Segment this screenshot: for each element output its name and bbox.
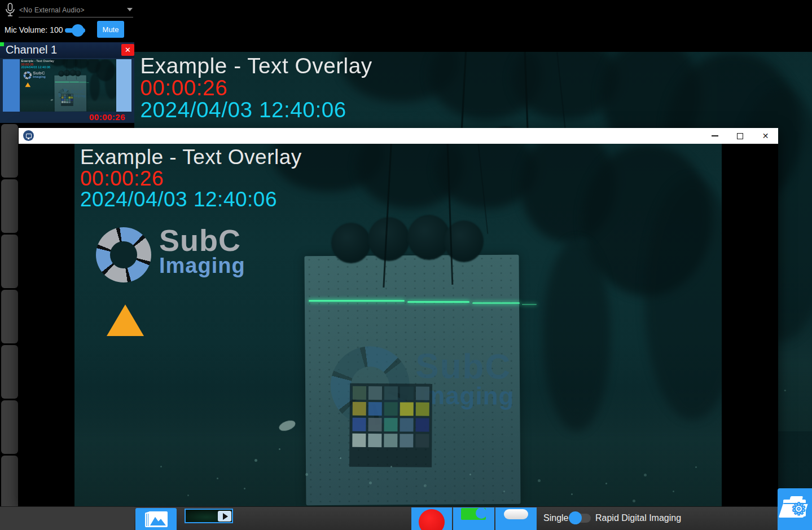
channel-slot[interactable] (1, 345, 18, 399)
checker-cell (368, 434, 381, 447)
minimize-button[interactable] (702, 128, 727, 144)
calibration-board: SubC Imaging (54, 75, 86, 111)
channel-slot[interactable] (1, 290, 18, 343)
window-app-icon (23, 130, 34, 141)
channel-thumbnail-video[interactable]: SubC Imaging Example - Text Overlay 00:0… (20, 59, 116, 112)
subc-imaging-logo: SubC Imaging (24, 71, 46, 79)
pipe-cylinder (331, 223, 371, 263)
board-watermark-logo: SubC Imaging (304, 254, 521, 506)
channel-recording-time: 00:00:26 (68, 112, 125, 122)
video-popout-window: ✕ SubC Imaging (19, 128, 778, 506)
checker-cell (71, 101, 73, 103)
imaging-mode-toggle[interactable] (569, 511, 591, 525)
microphone-icon (5, 2, 16, 20)
app-window: SubC Imaging Example - Text Overlay 00:0… (0, 0, 812, 530)
checker-cell (353, 402, 366, 416)
checker-cell (64, 96, 66, 98)
checker-cell (352, 434, 366, 447)
channel-slot[interactable] (1, 400, 18, 454)
calibration-board: SubC Imaging (304, 255, 520, 506)
checker-cell (384, 386, 398, 400)
underwater-video-frame: SubC Imaging Example - Text Overlay 00:0… (74, 144, 722, 506)
checker-cell (384, 418, 397, 431)
maximize-icon (737, 133, 743, 139)
last-clip-thumbnail[interactable] (185, 509, 233, 523)
checker-cell (66, 96, 68, 98)
popup-video-view[interactable]: SubC Imaging Example - Text Overlay 00:0… (74, 144, 722, 506)
checker-cell (352, 418, 366, 431)
checker-cell (353, 386, 366, 400)
overlay-datetime: 2024/04/03 12:40:06 (140, 99, 372, 121)
window-controls: ✕ (702, 128, 778, 144)
kelp (543, 240, 611, 431)
laser-line (309, 300, 405, 302)
folder-gear-icon: ⚙ (782, 496, 808, 519)
overlay-datetime: 2024/04/03 12:40:06 (80, 189, 302, 210)
maximize-button[interactable] (727, 128, 753, 144)
overlay-title: Example - Text Overlay (80, 147, 302, 168)
channel-slot[interactable] (1, 179, 18, 233)
channel-slot[interactable] (1, 235, 18, 288)
checker-cell (62, 99, 64, 100)
checker-cell (66, 101, 68, 103)
mute-button[interactable]: Mute (97, 21, 124, 38)
text-overlay: Example - Text Overlay 00:00:26 2024/04/… (140, 55, 372, 121)
mic-volume-label: Mic Volume: 100 (5, 25, 63, 34)
channel-title: Channel 1 (6, 43, 57, 56)
checker-cell (68, 99, 71, 100)
divider (19, 17, 133, 17)
chevron-down-icon (127, 8, 133, 11)
audio-device-select[interactable]: <No External Audio> (19, 5, 133, 18)
color-checker-chart (61, 94, 73, 106)
capture-photo-button[interactable] (453, 507, 494, 530)
record-icon (419, 509, 445, 530)
aperture-logo-icon (96, 227, 151, 282)
popup-titlebar[interactable]: ✕ (19, 128, 778, 144)
camera-icon (461, 508, 486, 520)
subc-imaging-logo: SubC Imaging (96, 227, 245, 282)
checker-cell (384, 434, 397, 447)
close-icon: ✕ (762, 132, 769, 140)
checker-cell (62, 94, 64, 96)
checker-cell (416, 403, 429, 416)
text-overlay: Example - Text Overlay 00:00:26 2024/04/… (21, 60, 54, 69)
checker-cell (68, 96, 71, 98)
checker-cell (66, 99, 68, 100)
rapid-digital-imaging-label: Rapid Digital Imaging (595, 513, 681, 523)
checker-cell (400, 434, 413, 447)
overlay-datetime: 2024/04/03 12:40:06 (21, 66, 54, 69)
status-indicator (0, 42, 4, 46)
mic-volume-slider-knob[interactable] (72, 24, 84, 37)
record-video-button[interactable] (411, 507, 452, 530)
close-button[interactable]: ✕ (753, 128, 778, 144)
overlay-title: Example - Text Overlay (140, 55, 372, 77)
checker-cell (400, 402, 414, 416)
sediment-debris (134, 52, 136, 54)
checker-cell (62, 96, 64, 98)
kelp (90, 73, 100, 101)
checker-cell (71, 99, 73, 100)
file-manager-button[interactable]: ⚙ (778, 488, 812, 530)
warning-triangle-icon (25, 82, 30, 87)
pipe-cylinder (368, 217, 410, 261)
grab-still-button[interactable] (495, 507, 537, 530)
checker-cell (71, 94, 73, 96)
checker-cell (64, 94, 66, 96)
single-mode-label: Single (543, 513, 568, 523)
checker-cell (400, 418, 413, 431)
warning-triangle-icon (107, 304, 144, 336)
channel-slot[interactable] (1, 124, 18, 178)
gallery-button[interactable] (135, 508, 177, 530)
aperture-logo-icon (24, 71, 32, 79)
laser-line (472, 302, 520, 304)
checker-cell (368, 402, 382, 416)
checker-cell (416, 387, 429, 400)
checker-cell (368, 418, 381, 431)
selection-bar-right (116, 59, 131, 112)
channel-slot[interactable] (1, 456, 18, 509)
channel-close-button[interactable]: ✕ (121, 44, 134, 56)
checker-cell (415, 418, 429, 432)
checker-cell (64, 99, 66, 100)
pipe-cylinder (64, 70, 70, 76)
checker-cell (400, 386, 414, 400)
